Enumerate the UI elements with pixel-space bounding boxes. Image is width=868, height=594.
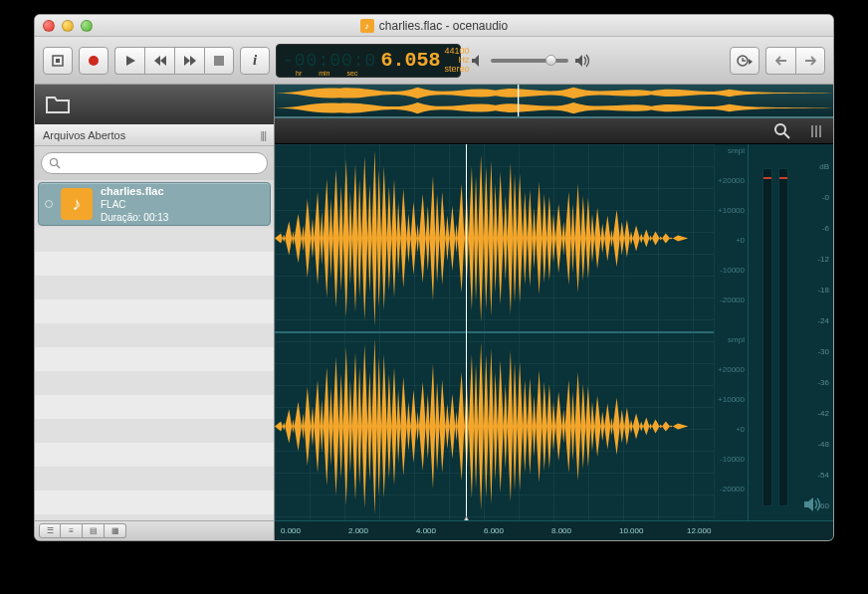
sidebar-header-label: Arquivos Abertos bbox=[43, 129, 125, 141]
scale-label: +10000 bbox=[718, 395, 745, 404]
ruler-tick: 10.000 bbox=[619, 526, 643, 535]
sidebar-footer: ☰ ≡ ▤ ▦ bbox=[35, 520, 274, 540]
file-duration-label: Duração: 00:13 bbox=[101, 211, 168, 224]
svg-marker-4 bbox=[154, 56, 160, 66]
nav-back-button[interactable] bbox=[765, 47, 795, 75]
ruler-tick: 4.000 bbox=[416, 526, 436, 535]
db-tick: -18 bbox=[817, 286, 829, 295]
volume-slider[interactable] bbox=[491, 59, 568, 63]
stop-button[interactable] bbox=[204, 47, 234, 75]
file-list-item[interactable]: ♪ charlies.flac FLAC Duração: 00:13 bbox=[38, 182, 271, 226]
svg-marker-9 bbox=[472, 55, 479, 67]
playhead[interactable] bbox=[466, 144, 467, 520]
db-tick: -48 bbox=[817, 440, 829, 449]
meter-right bbox=[778, 168, 788, 506]
info-button[interactable]: i bbox=[240, 47, 270, 75]
time-ruler[interactable]: 0.000 2.000 4.000 6.000 8.000 10.000 12.… bbox=[275, 520, 833, 540]
ruler-tick: 2.000 bbox=[348, 526, 368, 535]
file-format-label: FLAC bbox=[101, 198, 168, 211]
volume-knob[interactable] bbox=[545, 55, 556, 66]
channels-label: stereo bbox=[444, 65, 469, 74]
scale-label: +10000 bbox=[718, 206, 745, 215]
counter-dim-digits: -00:00:0 bbox=[283, 51, 376, 71]
window-title: ♪ charlies.flac - ocenaudio bbox=[35, 19, 833, 33]
open-folder-button[interactable] bbox=[35, 85, 274, 124]
view-grid-button[interactable]: ▦ bbox=[105, 523, 126, 538]
sec-label: sec bbox=[347, 70, 358, 77]
waveform-container: smpl +20000 +10000 +0 -10000 -20000 smpl… bbox=[275, 144, 833, 520]
scale-label: -20000 bbox=[720, 296, 745, 304]
db-tick: -24 bbox=[817, 316, 829, 325]
forward-button[interactable] bbox=[174, 47, 204, 75]
scale-label: +20000 bbox=[718, 365, 745, 374]
db-tick: -30 bbox=[817, 347, 829, 356]
waveform-svg bbox=[275, 144, 714, 520]
counter-format: 44100 Hz stereo bbox=[444, 47, 469, 74]
rewind-button[interactable] bbox=[144, 47, 174, 75]
svg-marker-3 bbox=[126, 56, 135, 66]
file-meta: charlies.flac FLAC Duração: 00:13 bbox=[101, 184, 168, 224]
sidebar: Arquivos Abertos ||| ♪ charlies.flac FLA… bbox=[35, 85, 275, 540]
overview-waveform[interactable] bbox=[275, 85, 833, 118]
meter-left bbox=[762, 168, 772, 506]
db-scale: dB -0 -6 -12 -18 -24 -30 -36 -42 -48 -54… bbox=[817, 162, 829, 510]
db-tick: -0 bbox=[817, 193, 829, 202]
editor-area: smpl +20000 +10000 +0 -10000 -20000 smpl… bbox=[275, 85, 833, 540]
scale-label: -10000 bbox=[720, 455, 745, 464]
main-area: Arquivos Abertos ||| ♪ charlies.flac FLA… bbox=[35, 85, 833, 540]
svg-point-2 bbox=[89, 56, 99, 66]
ruler-tick: 0.000 bbox=[281, 526, 301, 535]
editor-panel-header bbox=[275, 118, 833, 144]
svg-marker-5 bbox=[160, 56, 166, 66]
search-input[interactable] bbox=[41, 152, 268, 174]
folder-icon bbox=[45, 94, 73, 115]
view-list-button[interactable]: ☰ bbox=[39, 523, 61, 538]
db-tick: -36 bbox=[817, 378, 829, 387]
level-meters bbox=[762, 168, 788, 506]
db-tick: -42 bbox=[817, 409, 829, 418]
scale-label: +0 bbox=[736, 236, 745, 245]
title-bar: ♪ charlies.flac - ocenaudio bbox=[35, 15, 833, 37]
db-tick: -12 bbox=[817, 255, 829, 264]
view-columns-button[interactable]: ▤ bbox=[83, 523, 105, 538]
speaker-low-icon bbox=[471, 54, 485, 68]
play-button[interactable] bbox=[114, 47, 144, 75]
speaker-high-icon bbox=[574, 54, 592, 68]
levels-icon[interactable] bbox=[809, 123, 823, 139]
file-list-empty bbox=[35, 228, 274, 520]
scale-label: smpl bbox=[728, 335, 745, 344]
active-indicator-icon bbox=[45, 200, 53, 208]
history-button[interactable] bbox=[730, 47, 760, 75]
svg-marker-6 bbox=[184, 56, 190, 66]
svg-rect-1 bbox=[56, 59, 60, 63]
scale-label: -20000 bbox=[720, 485, 745, 494]
audio-file-icon: ♪ bbox=[61, 188, 93, 220]
waveform-canvas[interactable] bbox=[275, 144, 714, 520]
svg-marker-12 bbox=[749, 59, 753, 65]
scale-label: -10000 bbox=[720, 266, 745, 275]
sidebar-header: Arquivos Abertos ||| bbox=[35, 124, 274, 146]
record-button[interactable] bbox=[79, 47, 108, 75]
svg-marker-10 bbox=[575, 55, 582, 67]
app-window: ♪ charlies.flac - ocenaudio i bbox=[34, 14, 834, 541]
stop-return-button[interactable] bbox=[43, 47, 73, 75]
columns-icon[interactable]: ||| bbox=[260, 129, 266, 141]
db-tick: -54 bbox=[817, 471, 829, 480]
zoom-tool-icon[interactable] bbox=[773, 122, 791, 140]
file-type-icon: ♪ bbox=[360, 19, 374, 33]
min-label: min bbox=[319, 70, 329, 77]
hr-label: hr bbox=[296, 70, 302, 77]
svg-point-14 bbox=[775, 124, 785, 134]
svg-rect-13 bbox=[518, 85, 519, 116]
volume-control[interactable] bbox=[471, 54, 592, 68]
speaker-output-icon[interactable] bbox=[803, 496, 823, 512]
ruler-tick: 6.000 bbox=[484, 526, 504, 535]
view-detail-button[interactable]: ≡ bbox=[61, 523, 83, 538]
svg-line-15 bbox=[784, 133, 789, 138]
nav-forward-button[interactable] bbox=[795, 47, 825, 75]
db-title: dB bbox=[817, 162, 829, 171]
counter-bright-digits: 6.058 bbox=[380, 49, 440, 72]
svg-marker-7 bbox=[190, 56, 196, 66]
svg-marker-21 bbox=[804, 497, 813, 511]
sample-rate-label: 44100 Hz bbox=[444, 47, 469, 65]
